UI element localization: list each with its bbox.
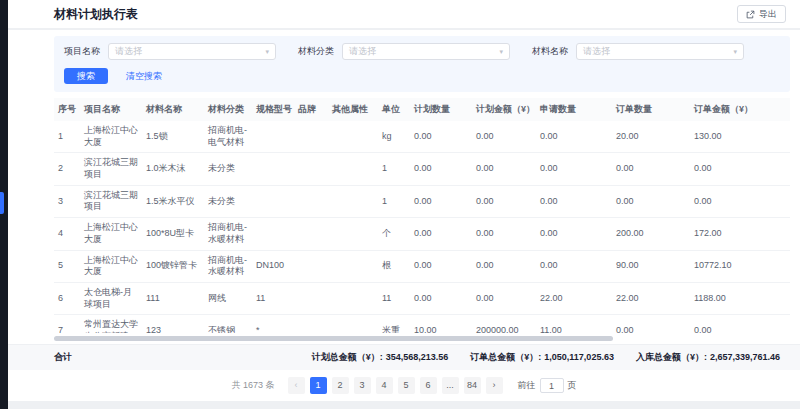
table-cell: 0.00 [410,185,472,217]
pagination-ellipsis[interactable]: ... [442,377,459,394]
table-cell: 招商机电-水暖材料 [204,218,252,250]
content-card: 项目名称 请选择 ▾ 材料分类 请选择 ▾ 材料 [8,30,800,401]
table-cell: 0.00 [612,185,690,217]
order-total-amount: 订单总金额（¥）:1,050,117,025.63 [470,351,614,364]
table-cell: 2 [54,153,80,185]
table-cell: 0.00 [410,282,472,314]
planned-total-amount: 计划总金额（¥）:354,568,213.56 [312,351,449,364]
inbound-total-amount: 入库总金额（¥）:2,657,339,761.46 [636,351,780,364]
pagination-page-6[interactable]: 6 [420,377,437,394]
export-label: 导出 [759,8,777,21]
summary-row: 合计 计划总金额（¥）:354,568,213.56 订单总金额（¥）:1,05… [8,344,800,370]
pagination-page-2[interactable]: 2 [332,377,349,394]
pagination-page-1[interactable]: 1 [310,377,327,394]
table-cell: 0.00 [612,153,690,185]
table-cell [328,250,378,282]
table-cell: * [252,315,294,333]
table-cell: 172.00 [690,218,790,250]
column-header: 订单数量 [612,98,690,121]
table-cell: 0.00 [472,282,536,314]
table-cell: 1 [378,185,410,217]
material-name-select[interactable]: 请选择 ▾ [576,43,744,60]
table-cell: 22.00 [612,282,690,314]
table-cell: 0.00 [690,315,790,333]
table-row: 7常州置达大学生公寓新建123不锈钢*米重10.00200000.0011.00… [54,315,790,333]
column-header: 订单金额（¥） [690,98,790,121]
table-cell: 11 [252,282,294,314]
column-header: 规格型号 [252,98,294,121]
summary-items: 计划总金额（¥）:354,568,213.56 订单总金额（¥）:1,050,1… [312,351,780,364]
table-cell: kg [378,121,410,153]
chevron-down-icon: ▾ [265,48,269,55]
column-header: 材料分类 [204,98,252,121]
table-cell: 0.00 [472,185,536,217]
project-name-select[interactable]: 请选择 ▾ [108,43,276,60]
select-placeholder: 请选择 [115,45,142,58]
main-area: 材料计划执行表 导出 项目名称 请选择 [8,0,800,409]
filter-label: 项目名称 [64,45,100,58]
table-cell: 123 [142,315,204,333]
pagination-next-button[interactable]: › [486,377,503,394]
column-header: 计划数量 [410,98,472,121]
table-cell [328,121,378,153]
filter-label: 材料名称 [532,45,568,58]
search-button[interactable]: 搜索 [64,68,108,84]
table-cell: 招商机电-水暖材料 [204,250,252,282]
pagination-page-4[interactable]: 4 [376,377,393,394]
horizontal-scrollbar-thumb[interactable] [54,336,613,341]
chevron-down-icon: ▾ [499,48,503,55]
table-cell: 0.00 [472,250,536,282]
filter-row: 项目名称 请选择 ▾ 材料分类 请选择 ▾ 材料 [64,43,780,60]
table-cell: 1 [378,153,410,185]
table-cell [294,218,328,250]
collapsed-sidebar[interactable] [0,0,8,409]
table-cell: 上海松江中心大厦 [80,218,142,250]
table-cell: 滨江花城三期项目 [80,185,142,217]
clear-search-link[interactable]: 清空搜索 [126,70,162,83]
table-cell: 130.00 [690,121,790,153]
app-window: 材料计划执行表 导出 项目名称 请选择 [0,0,800,409]
table-cell [294,250,328,282]
table-cell [328,315,378,333]
goto-page-input[interactable] [540,378,564,393]
table-cell: 11.00 [536,315,612,333]
table-cell: 0.00 [536,153,612,185]
table-cell [294,282,328,314]
filter-panel: 项目名称 请选择 ▾ 材料分类 请选择 ▾ 材料 [54,36,790,92]
column-header: 其他属性 [328,98,378,121]
table-cell: 200000.00 [472,315,536,333]
filter-label: 材料分类 [298,45,334,58]
select-placeholder: 请选择 [349,45,376,58]
pagination-page-84[interactable]: 84 [464,377,481,394]
table-cell: 根 [378,250,410,282]
table-cell: 11 [378,282,410,314]
export-button[interactable]: 导出 [737,5,786,23]
column-header: 项目名称 [80,98,142,121]
table-cell: 0.00 [410,153,472,185]
table-row: 4上海松江中心大厦100*8U型卡招商机电-水暖材料个0.000.000.002… [54,218,790,250]
table-cell: 3 [54,185,80,217]
material-category-select[interactable]: 请选择 ▾ [342,43,510,60]
table-cell: 1188.00 [690,282,790,314]
table-cell: 网线 [204,282,252,314]
table-cell [328,153,378,185]
table-cell: 0.00 [612,315,690,333]
table-cell: 未分类 [204,185,252,217]
table-cell [328,218,378,250]
table-cell: 上海松江中心大厦 [80,121,142,153]
column-header: 序号 [54,98,80,121]
table-cell: 22.00 [536,282,612,314]
table-cell: 1 [54,121,80,153]
column-header: 申请数量 [536,98,612,121]
table-row: 2滨江花城三期项目1.0米木沫未分类10.000.000.000.000.00 [54,153,790,185]
horizontal-scrollbar-track [54,336,790,341]
column-header: 材料名称 [142,98,204,121]
table-cell: 不锈钢 [204,315,252,333]
table-cell: 10772.10 [690,250,790,282]
pagination-page-3[interactable]: 3 [354,377,371,394]
pagination-page-5[interactable]: 5 [398,377,415,394]
table-cell: 0.00 [472,121,536,153]
table-cell: 0.00 [410,121,472,153]
pagination-prev-button[interactable]: ‹ [288,377,305,394]
table-row: 5上海松江中心大厦100镀锌管卡招商机电-水暖材料DN100根0.000.000… [54,250,790,282]
